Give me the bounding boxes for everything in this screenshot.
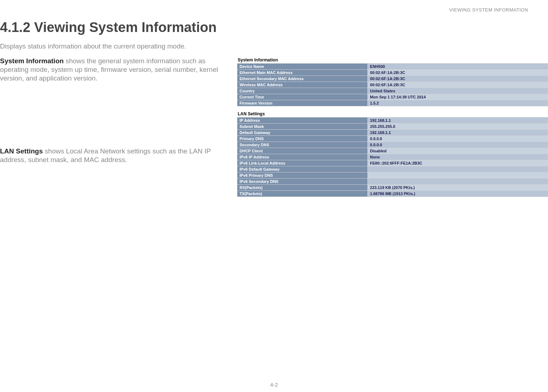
row-value: None [368, 154, 548, 160]
row-label: IPv6 Secondary DNS [237, 179, 368, 185]
table-row: Ethernet Secondary MAC Address00:02:6F:1… [237, 76, 548, 82]
table-row: IPv6 Link-Local AddressFE80::202:6FFF:FE… [237, 160, 548, 166]
row-label: Device Name [237, 64, 368, 70]
table-row: Device NameENH500 [237, 64, 548, 70]
row-value: United States [368, 88, 548, 94]
row-value: 192.168.1.1 [368, 117, 548, 124]
page-number: 4-2 [0, 382, 548, 388]
row-label: Firmware Version [237, 100, 368, 106]
table-row: Default Gateway192.168.1.1 [237, 130, 548, 136]
row-value: 223.119 KB (2070 PKts.) [368, 185, 548, 191]
row-label: DHCP Client [237, 148, 368, 154]
row-label: Default Gateway [237, 130, 368, 136]
row-value: 1.5.2 [368, 100, 548, 106]
row-label: Primary DNS [237, 136, 368, 142]
row-label: IPv6 Link-Local Address [237, 160, 368, 166]
row-label: TX(Packets) [237, 191, 368, 197]
table-row: DHCP ClientDisabled [237, 148, 548, 154]
row-label: Ethernet Secondary MAC Address [237, 76, 368, 82]
row-label: IPv6 IP Address [237, 154, 368, 160]
row-value: 00:02:6F:1A:2B:3C [368, 82, 548, 88]
table-row: Firmware Version1.5.2 [237, 100, 548, 106]
table-row: IP Address192.168.1.1 [237, 117, 548, 124]
table-row: Ethernet Main MAC Address00:02:6F:1A:2B:… [237, 70, 548, 76]
table-row: IPv6 Secondary DNS [237, 179, 548, 185]
table-row: Subnet Mask255.255.255.0 [237, 124, 548, 130]
table-row: CountryUnited States [237, 88, 548, 94]
intro-text: Displays status information about the cu… [0, 42, 548, 50]
row-label: IPv6 Primary DNS [237, 172, 368, 179]
lan-desc-label: LAN Settings [0, 147, 43, 155]
row-value: 1.68786 MB (1913 PKts.) [368, 191, 548, 197]
lan-settings-table: IP Address192.168.1.1Subnet Mask255.255.… [237, 117, 548, 197]
row-label: Country [237, 88, 368, 94]
system-info-table: Device NameENH500Ethernet Main MAC Addre… [237, 63, 548, 106]
lan-settings-panel-title: LAN Settings [238, 111, 548, 116]
row-label: Wireless MAC Address [237, 82, 368, 88]
section-heading: 4.1.2 Viewing System Information [0, 20, 548, 35]
row-label: Ethernet Main MAC Address [237, 70, 368, 76]
system-info-panel-title: System Information [238, 57, 548, 63]
row-value: 0.0.0.0 [368, 142, 548, 148]
page-header-right: VIEWING SYSTEM INFORMATION [449, 7, 528, 13]
table-row: IPv6 Default Gateway [237, 166, 548, 172]
row-label: Current Time [237, 94, 368, 100]
row-label: Subnet Mask [237, 124, 368, 130]
row-value: Disabled [368, 148, 548, 154]
row-value: FE80::202:6FFF:FE1A:2B3C [368, 160, 548, 166]
table-row: TX(Packets)1.68786 MB (1913 PKts.) [237, 191, 548, 197]
table-row: IPv6 Primary DNS [237, 172, 548, 179]
row-value: 00:02:6F:1A:2B:3C [368, 70, 548, 76]
table-row: RX(Packets)223.119 KB (2070 PKts.) [237, 185, 548, 191]
table-row: Wireless MAC Address00:02:6F:1A:2B:3C [237, 82, 548, 88]
table-row: Primary DNS0.0.0.0 [237, 136, 548, 142]
row-label: Secondary DNS [237, 142, 368, 148]
sysinfo-desc: System Information shows the general sys… [0, 57, 233, 82]
row-value [368, 172, 548, 179]
table-row: IPv6 IP AddressNone [237, 154, 548, 160]
row-value: 255.255.255.0 [368, 124, 548, 130]
row-label: IPv6 Default Gateway [237, 166, 368, 172]
lan-desc: LAN Settings shows Local Area Network se… [0, 147, 233, 164]
row-value: 00:02:6F:1A:2B:3C [368, 76, 548, 82]
row-label: RX(Packets) [237, 185, 368, 191]
row-value: 0.0.0.0 [368, 136, 548, 142]
row-value: Mon Sep 1 17:14:39 UTC 2014 [368, 94, 548, 100]
row-value: 192.168.1.1 [368, 130, 548, 136]
table-row: Current TimeMon Sep 1 17:14:39 UTC 2014 [237, 94, 548, 100]
sysinfo-desc-label: System Information [0, 57, 64, 65]
row-value [368, 166, 548, 172]
row-value: ENH500 [368, 64, 548, 70]
table-row: Secondary DNS0.0.0.0 [237, 142, 548, 148]
row-label: IP Address [237, 117, 368, 124]
row-value [368, 179, 548, 185]
